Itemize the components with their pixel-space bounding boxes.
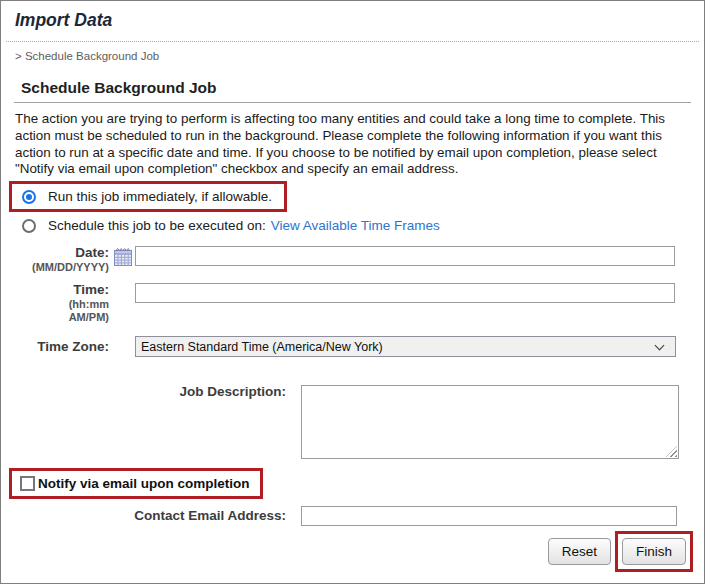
buttons-row: Reset Finish (1, 531, 693, 572)
contact-email-input[interactable] (301, 506, 677, 526)
contact-email-row: Contact Email Address: (1, 506, 704, 526)
section-heading-wrap: Schedule Background Job (14, 79, 691, 103)
date-format-hint: (MM/DD/YYYY) (1, 261, 109, 273)
time-zone-label-col: Time Zone: (1, 340, 111, 354)
date-label-col: Date: (MM/DD/YYYY) (1, 246, 111, 273)
time-zone-select-wrap: Eastern Standard Time (America/New York) (135, 336, 676, 357)
job-description-label: Job Description: (1, 385, 286, 399)
time-label-col: Time: (hh:mm AM/PM) (1, 283, 111, 323)
job-description-label-col: Job Description: (1, 385, 286, 399)
date-icon-slot (111, 246, 135, 267)
contact-email-label: Contact Email Address: (1, 509, 286, 523)
reset-button[interactable]: Reset (548, 538, 611, 565)
schedule-form: Date: (MM/DD/YYYY) Time: (hh:mm AM/PM) (1, 246, 704, 572)
time-format-hint-line2: AM/PM) (1, 311, 109, 323)
view-time-frames-link[interactable]: View Available Time Frames (271, 218, 440, 233)
time-format-hint-line1: (hh:mm (1, 298, 109, 310)
calendar-icon[interactable] (113, 246, 133, 267)
time-row: Time: (hh:mm AM/PM) (1, 283, 704, 323)
job-description-textarea-wrap (301, 385, 679, 459)
time-label: Time: (1, 283, 109, 297)
description-text: The action you are trying to perform is … (15, 111, 693, 178)
time-zone-label: Time Zone: (1, 340, 109, 354)
date-row: Date: (MM/DD/YYYY) (1, 246, 704, 273)
notify-checkbox[interactable] (20, 476, 35, 491)
run-immediately-radio[interactable] (22, 190, 36, 204)
contact-email-label-col: Contact Email Address: (1, 509, 286, 523)
page-title: Import Data (15, 10, 690, 31)
date-input[interactable] (135, 246, 675, 266)
time-input[interactable] (135, 283, 675, 303)
time-zone-select[interactable]: Eastern Standard Time (America/New York) (135, 336, 676, 357)
finish-button[interactable]: Finish (622, 538, 686, 565)
dotted-divider (6, 41, 699, 42)
date-label: Date: (1, 246, 109, 260)
section-heading: Schedule Background Job (14, 79, 691, 102)
highlight-box-notify: Notify via email upon completion (9, 468, 263, 499)
highlight-box-finish: Finish (615, 531, 693, 572)
page-frame: Import Data > Schedule Background Job Sc… (0, 0, 705, 584)
schedule-option-row: Schedule this job to be executed on: Vie… (22, 218, 704, 233)
breadcrumb[interactable]: > Schedule Background Job (15, 50, 690, 62)
job-description-row: Job Description: (1, 385, 704, 459)
notify-label[interactable]: Notify via email upon completion (38, 476, 250, 491)
time-zone-row: Time Zone: Eastern Standard Time (Americ… (1, 336, 704, 357)
schedule-label[interactable]: Schedule this job to be executed on: (48, 218, 266, 233)
schedule-radio[interactable] (22, 219, 36, 233)
highlight-box-run-immediately: Run this job immediately, if allowable. (9, 181, 287, 212)
job-description-textarea[interactable] (301, 385, 679, 459)
run-immediately-label[interactable]: Run this job immediately, if allowable. (48, 189, 272, 204)
